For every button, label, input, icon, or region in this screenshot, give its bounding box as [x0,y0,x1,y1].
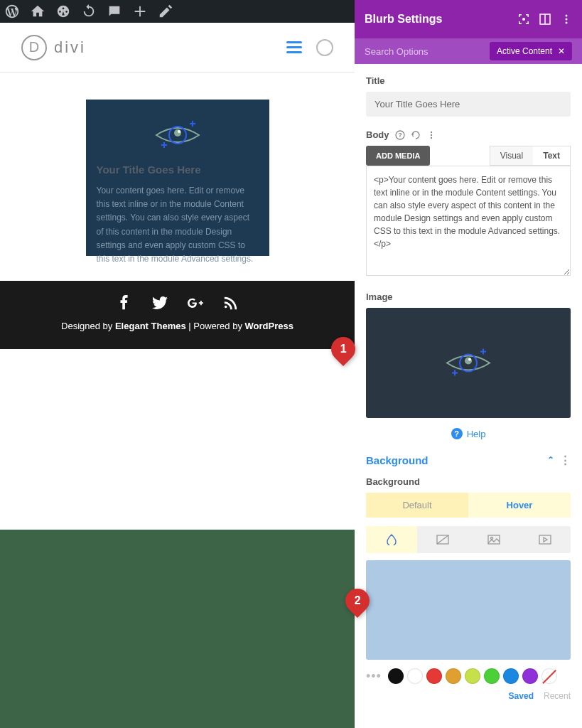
svg-point-16 [468,358,471,361]
swatch-more-icon[interactable]: ••• [366,669,382,684]
color-swatch[interactable] [426,668,442,684]
more-icon[interactable]: ⋮ [560,454,571,466]
platform-link[interactable]: WordPress [245,321,293,331]
panel-search-bar[interactable]: Search Options Active Content ✕ [355,38,582,64]
logo-mark: D [21,35,47,60]
body-label: Body ? [366,129,571,140]
color-swatch[interactable] [407,668,423,684]
recent-tab[interactable]: Recent [544,691,571,701]
image-preview[interactable] [366,308,571,418]
swatch-source-tabs: Saved Recent [366,691,571,701]
svg-text:?: ? [398,132,402,139]
facebook-icon[interactable] [117,295,132,311]
chevron-up-icon: ⌃ [547,455,554,465]
title-label: Title [366,75,571,86]
swatch-none[interactable] [541,668,557,684]
help-link[interactable]: ? Help [366,428,571,439]
focus-icon[interactable] [518,14,529,25]
footer-social [0,295,355,311]
globe-icon[interactable] [316,39,333,56]
undo-icon[interactable] [411,130,421,140]
panel-title: Blurb Settings [365,13,518,26]
svg-rect-21 [539,535,551,544]
editor-mode-tabs: Visual Text [490,146,571,166]
help-icon: ? [451,428,463,439]
more-icon[interactable] [426,130,436,140]
hamburger-menu-icon[interactable] [286,41,302,53]
close-icon[interactable]: ✕ [558,46,565,56]
google-plus-icon[interactable] [188,295,203,311]
svg-point-20 [491,537,493,540]
text-tab[interactable]: Text [533,146,570,165]
more-icon[interactable] [561,14,572,25]
home-icon[interactable] [30,4,45,19]
color-swatches: ••• [366,668,571,684]
body-textarea[interactable]: <p>Your content goes here. Edit or remov… [366,166,571,276]
image-label: Image [366,291,571,302]
svg-point-7 [566,18,568,21]
title-input[interactable] [366,92,571,117]
background-label: Background [366,476,571,487]
twitter-icon[interactable] [152,295,168,311]
color-swatch[interactable] [503,668,519,684]
color-swatch[interactable] [522,668,538,684]
svg-point-13 [430,136,431,138]
footer-credits: Designed by Elegant Themes | Powered by … [0,321,355,331]
panel-header: Blurb Settings [355,0,582,38]
visual-tab[interactable]: Visual [490,146,533,165]
svg-point-2 [178,130,180,133]
color-swatch[interactable] [388,668,404,684]
color-swatch[interactable] [484,668,500,684]
help-icon[interactable]: ? [395,130,405,140]
bg-color-tab[interactable] [366,526,417,553]
svg-point-8 [566,22,568,24]
bg-gradient-tab[interactable] [417,526,468,553]
color-swatch[interactable] [465,668,480,684]
site-logo[interactable]: D divi [21,35,86,60]
background-section-header[interactable]: Background ⌃ ⋮ [366,454,571,466]
color-preview[interactable] [366,560,571,660]
saved-tab[interactable]: Saved [509,691,534,701]
blurb-title: Your Title Goes Here [97,164,259,176]
svg-point-6 [566,15,568,17]
blurb-settings-panel: Blurb Settings Search Options Active Con… [355,0,582,728]
blurb-module-preview[interactable]: Your Title Goes Here Your content goes h… [86,100,269,256]
columns-icon[interactable] [539,14,551,25]
blurb-body: Your content goes here. Edit or remove t… [97,184,259,266]
wordpress-logo-icon[interactable] [4,4,20,19]
bg-video-tab[interactable] [519,526,571,553]
hover-tab[interactable]: Hover [468,493,571,518]
eye-icon [443,343,493,382]
svg-line-18 [437,535,448,544]
edit-icon[interactable] [158,4,173,19]
rss-icon[interactable] [223,295,239,311]
state-tabs: Default Hover [366,493,571,518]
updates-icon[interactable] [81,4,97,19]
theme-link[interactable]: Elegant Themes [115,321,186,331]
search-placeholder: Search Options [365,46,429,57]
active-filter-tag[interactable]: Active Content ✕ [490,42,572,60]
svg-point-3 [522,18,525,21]
site-header: D divi [0,23,355,73]
dashboard-icon[interactable] [55,4,71,19]
default-tab[interactable]: Default [366,493,468,518]
bg-image-tab[interactable] [468,526,519,553]
comment-icon[interactable] [107,4,122,19]
background-type-tabs [366,526,571,553]
lower-preview-block [0,530,355,728]
svg-point-1 [174,129,181,136]
color-swatch[interactable] [446,668,461,684]
svg-point-15 [465,358,472,365]
panel-body: Title Body ? ADD MEDIA Visual Text <p>Yo… [355,64,582,728]
svg-point-12 [430,134,431,135]
add-new-icon[interactable] [132,4,148,19]
logo-text: divi [54,38,86,57]
site-footer: Designed by Elegant Themes | Powered by … [0,281,355,349]
eye-icon [153,117,203,153]
svg-point-11 [430,131,431,132]
add-media-button[interactable]: ADD MEDIA [366,146,430,166]
